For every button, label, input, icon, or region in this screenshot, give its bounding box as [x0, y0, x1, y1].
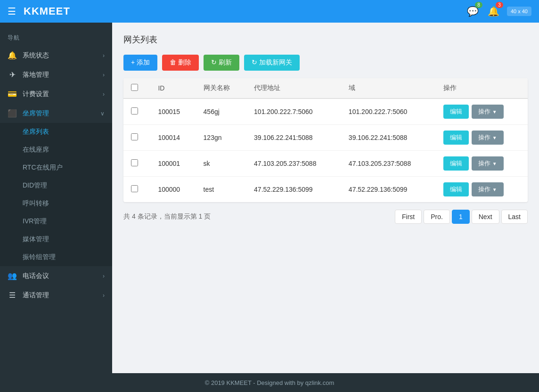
row-domain: 39.106.22.241:5088	[341, 125, 436, 151]
sidebar-sub-item-ring-group[interactable]: 振铃组管理	[0, 248, 112, 266]
refresh-button[interactable]: ↻ 刷新	[204, 55, 239, 71]
sidebar-sub-item-call-transfer[interactable]: 呼叫转移	[0, 195, 112, 212]
sidebar-item-left: 💳 计费设置	[8, 90, 49, 98]
action-cell: 编辑 操作 ▼	[443, 156, 520, 171]
sidebar-label-system-status: 系统状态	[23, 51, 49, 60]
delete-button[interactable]: 🗑 删除	[162, 55, 199, 71]
header-left: ☰ KKMEET	[8, 5, 70, 17]
pagination-buttons: First Pro. 1 Next Last	[395, 210, 528, 224]
hamburger-icon[interactable]: ☰	[8, 6, 16, 17]
notifications-button[interactable]: 🔔 3	[486, 4, 501, 19]
sidebar-item-system-status[interactable]: 🔔 系统状态 ›	[0, 46, 112, 65]
op-button-2[interactable]: 操作 ▼	[472, 156, 504, 171]
messages-button[interactable]: 💬 8	[466, 4, 481, 19]
page-next-button[interactable]: Next	[472, 210, 499, 224]
conf-icon: 👥	[8, 271, 17, 280]
row-checkbox-cell	[123, 125, 150, 151]
edit-button-1[interactable]: 编辑	[443, 131, 469, 145]
chevron-down-icon: ∨	[100, 110, 105, 117]
sidebar-item-left: ✈ 落地管理	[8, 70, 49, 79]
sidebar-sub-item-did-mgmt[interactable]: DID管理	[0, 177, 112, 195]
op-button-3[interactable]: 操作 ▼	[472, 182, 504, 196]
sidebar-sub-item-media-mgmt[interactable]: 媒体管理	[0, 230, 112, 248]
footer: © 2019 KKMEET - Designed with by qzlink.…	[0, 373, 539, 392]
load-gateway-button[interactable]: ↻ 加载新网关	[244, 55, 300, 71]
header-right: 💬 8 🔔 3 40 x 40	[466, 4, 531, 19]
table-container: ID 网关名称 代理地址 域 操作 100015 456gj 101.200.2…	[123, 78, 528, 202]
sidebar-sub-item-ivr-mgmt[interactable]: IVR管理	[0, 212, 112, 230]
page-1-button[interactable]: 1	[452, 210, 470, 224]
footer-text: © 2019 KKMEET - Designed with by qzlink.…	[205, 379, 335, 386]
row-checkbox-2[interactable]	[131, 159, 138, 166]
sidebar-item-landing-mgmt[interactable]: ✈ 落地管理 ›	[0, 65, 112, 84]
row-proxy: 39.106.22.241:5088	[246, 125, 341, 151]
chevron-right-icon: ›	[103, 52, 105, 59]
row-proxy: 101.200.222.7:5060	[246, 98, 341, 125]
sidebar-label-seat-mgmt: 坐席管理	[23, 109, 49, 118]
select-all-checkbox[interactable]	[131, 84, 138, 91]
edit-button-3[interactable]: 编辑	[443, 182, 469, 196]
col-domain: 域	[341, 78, 436, 98]
sidebar-nav-label: 导航	[0, 26, 112, 46]
sidebar-item-conf-call[interactable]: 👥 电话会议 ›	[0, 266, 112, 286]
action-cell: 编辑 操作 ▼	[443, 182, 520, 196]
row-actions: 编辑 操作 ▼	[436, 151, 528, 177]
table-row: 100000 test 47.52.229.136:5099 47.52.229…	[123, 177, 528, 203]
op-button-0[interactable]: 操作 ▼	[472, 105, 504, 119]
op-button-1[interactable]: 操作 ▼	[472, 131, 504, 145]
row-checkbox-3[interactable]	[131, 185, 138, 192]
col-checkbox	[123, 78, 150, 98]
gateway-table: ID 网关名称 代理地址 域 操作 100015 456gj 101.200.2…	[123, 78, 528, 202]
row-checkbox-0[interactable]	[131, 107, 138, 114]
sidebar-label-billing-settings: 计费设置	[23, 90, 49, 98]
messages-badge: 8	[475, 2, 482, 8]
pagination-info: 共 4 条记录，当前显示第 1 页	[123, 212, 211, 221]
row-domain: 47.52.229.136:5099	[341, 177, 436, 203]
row-checkbox-cell	[123, 151, 150, 177]
col-proxy: 代理地址	[246, 78, 341, 98]
layout: 导航 🔔 系统状态 › ✈ 落地管理 › 💳 计费设置 ›	[0, 23, 539, 373]
chevron-right-icon: ›	[103, 91, 105, 98]
header: ☰ KKMEET 💬 8 🔔 3 40 x 40	[0, 0, 539, 23]
sidebar-item-seat-mgmt[interactable]: ⬛ 坐席管理 ∨	[0, 104, 112, 123]
row-name: test	[196, 177, 247, 203]
sidebar-item-left: ☰ 通话管理	[8, 291, 49, 300]
sidebar-item-left: 👥 电话会议	[8, 271, 49, 280]
action-cell: 编辑 操作 ▼	[443, 131, 520, 145]
row-id: 100015	[150, 98, 196, 125]
sidebar-sub-item-online-seat[interactable]: 在线座席	[0, 141, 112, 159]
row-name: sk	[196, 151, 247, 177]
toolbar: + 添加 🗑 删除 ↻ 刷新 ↻ 加载新网关	[123, 55, 528, 71]
row-id: 100000	[150, 177, 196, 203]
sidebar-item-left: 🔔 系统状态	[8, 51, 49, 60]
row-proxy: 47.52.229.136:5099	[246, 177, 341, 203]
row-domain: 101.200.222.7:5060	[341, 98, 436, 125]
row-checkbox-cell	[123, 98, 150, 125]
page-last-button[interactable]: Last	[501, 210, 528, 224]
sidebar-item-left: ⬛ 坐席管理	[8, 109, 49, 118]
sidebar: 导航 🔔 系统状态 › ✈ 落地管理 › 💳 计费设置 ›	[0, 23, 112, 373]
table-row: 100014 123gn 39.106.22.241:5088 39.106.2…	[123, 125, 528, 151]
sidebar-sub-item-rtc-users[interactable]: RTC在线用户	[0, 159, 112, 177]
page-prev-button[interactable]: Pro.	[424, 210, 450, 224]
sidebar-label-conf-call: 电话会议	[23, 272, 49, 280]
sidebar-label-landing-mgmt: 落地管理	[23, 71, 49, 79]
seat-icon: ⬛	[8, 109, 17, 118]
sidebar-label-call-mgmt: 通话管理	[23, 291, 49, 300]
add-button[interactable]: + 添加	[123, 55, 157, 71]
col-name: 网关名称	[196, 78, 247, 98]
edit-button-0[interactable]: 编辑	[443, 105, 469, 119]
row-checkbox-1[interactable]	[131, 133, 138, 140]
notifications-badge: 3	[496, 2, 503, 8]
edit-button-2[interactable]: 编辑	[443, 156, 469, 171]
page-first-button[interactable]: First	[395, 210, 422, 224]
sidebar-sub-item-seat-list[interactable]: 坐席列表	[0, 123, 112, 141]
billing-icon: 💳	[8, 90, 17, 98]
row-actions: 编辑 操作 ▼	[436, 98, 528, 125]
sidebar-sub-seat-mgmt: 坐席列表 在线座席 RTC在线用户 DID管理 呼叫转移 IVR管理 媒体管理 …	[0, 123, 112, 266]
sidebar-item-call-mgmt[interactable]: ☰ 通话管理 ›	[0, 286, 112, 305]
avatar[interactable]: 40 x 40	[507, 7, 531, 16]
logo: KKMEET	[24, 5, 70, 17]
sidebar-item-billing-settings[interactable]: 💳 计费设置 ›	[0, 84, 112, 104]
action-cell: 编辑 操作 ▼	[443, 105, 520, 119]
